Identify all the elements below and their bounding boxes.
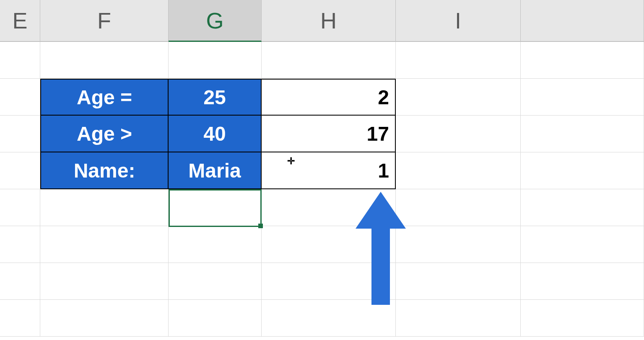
- cell[interactable]: [169, 42, 262, 79]
- cell[interactable]: [0, 79, 40, 116]
- cell[interactable]: [396, 42, 521, 79]
- cell[interactable]: [169, 226, 262, 263]
- active-cell[interactable]: [169, 189, 262, 226]
- cell[interactable]: [396, 79, 521, 116]
- cell[interactable]: [396, 152, 521, 189]
- grid-row: [0, 42, 644, 79]
- grid-row: [0, 300, 644, 337]
- cell[interactable]: [521, 42, 644, 79]
- criteria-label[interactable]: Age =: [40, 79, 169, 116]
- criteria-value[interactable]: 40: [169, 116, 262, 152]
- cell[interactable]: [169, 263, 262, 300]
- cell[interactable]: [396, 116, 521, 152]
- cell[interactable]: [396, 300, 521, 337]
- cell[interactable]: [521, 152, 644, 189]
- cell[interactable]: [0, 42, 40, 79]
- cell[interactable]: [262, 263, 396, 300]
- grid-row: [0, 189, 644, 226]
- cell[interactable]: [0, 300, 40, 337]
- criteria-label[interactable]: Age >: [40, 116, 169, 152]
- grid-row: Name: Maria 1: [0, 152, 644, 189]
- column-header-I[interactable]: I: [396, 0, 521, 41]
- cell[interactable]: [262, 300, 396, 337]
- cell[interactable]: [40, 42, 169, 79]
- grid-row: Age = 25 2: [0, 79, 644, 116]
- cell[interactable]: [0, 152, 40, 189]
- cell[interactable]: [262, 226, 396, 263]
- cell[interactable]: [40, 226, 169, 263]
- cell[interactable]: [262, 189, 396, 226]
- column-header-E[interactable]: E: [0, 0, 40, 41]
- cell[interactable]: [40, 300, 169, 337]
- cell[interactable]: [396, 226, 521, 263]
- column-header-G[interactable]: G: [169, 0, 262, 42]
- cell[interactable]: [521, 79, 644, 116]
- cell[interactable]: [521, 189, 644, 226]
- cell[interactable]: [396, 189, 521, 226]
- grid-row: Age > 40 17: [0, 116, 644, 152]
- grid-row: [0, 226, 644, 263]
- cell[interactable]: [40, 263, 169, 300]
- cell[interactable]: [396, 263, 521, 300]
- result-cell[interactable]: 1: [262, 152, 396, 189]
- result-cell[interactable]: 2: [262, 79, 396, 116]
- cell[interactable]: [521, 263, 644, 300]
- grid-row: [0, 263, 644, 300]
- criteria-value[interactable]: Maria: [169, 152, 262, 189]
- cell[interactable]: [0, 116, 40, 152]
- cell[interactable]: [521, 300, 644, 337]
- column-header-row: E F G H I: [0, 0, 644, 42]
- cell[interactable]: [0, 263, 40, 300]
- spreadsheet-viewport: E F G H I Age = 25 2 Age > 40: [0, 0, 644, 340]
- result-cell[interactable]: 17: [262, 116, 396, 152]
- cell[interactable]: [169, 300, 262, 337]
- column-header-next[interactable]: [521, 0, 644, 41]
- cell[interactable]: [262, 42, 396, 79]
- cell[interactable]: [0, 189, 40, 226]
- cell[interactable]: [0, 226, 40, 263]
- cell[interactable]: [521, 116, 644, 152]
- column-header-H[interactable]: H: [262, 0, 396, 41]
- column-header-F[interactable]: F: [40, 0, 169, 41]
- criteria-value[interactable]: 25: [169, 79, 262, 116]
- criteria-label[interactable]: Name:: [40, 152, 169, 189]
- cell[interactable]: [521, 226, 644, 263]
- grid-body: Age = 25 2 Age > 40 17 Name: Maria 1: [0, 42, 644, 337]
- cell[interactable]: [40, 189, 169, 226]
